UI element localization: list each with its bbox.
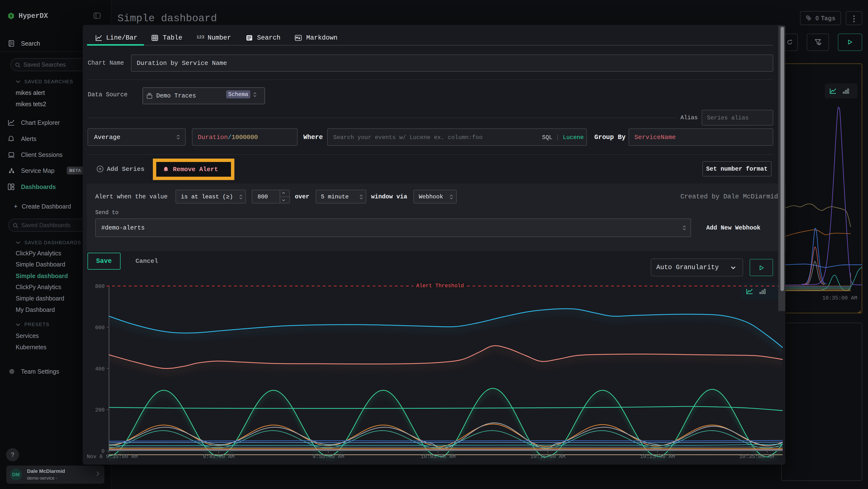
svg-text:600: 600 bbox=[95, 325, 105, 331]
svg-text:9:45:00 AM: 9:45:00 AM bbox=[203, 454, 235, 460]
svg-text:800: 800 bbox=[95, 284, 105, 290]
svg-text:9:55:00 AM: 9:55:00 AM bbox=[312, 454, 344, 460]
svg-text:Alert Threshold: Alert Threshold bbox=[416, 283, 464, 289]
svg-text:10:15:00 AM: 10:15:00 AM bbox=[530, 454, 565, 460]
svg-text:10:35:00 AM: 10:35:00 AM bbox=[822, 295, 857, 301]
svg-text:10:25:00 AM: 10:25:00 AM bbox=[640, 454, 675, 460]
svg-text:10:35:00 AM: 10:35:00 AM bbox=[739, 454, 774, 460]
svg-text:400: 400 bbox=[95, 366, 105, 372]
svg-text:200: 200 bbox=[95, 407, 105, 413]
svg-text:Nov 6 9:35:00 AM: Nov 6 9:35:00 AM bbox=[87, 454, 138, 460]
svg-text:10:05:00 AM: 10:05:00 AM bbox=[421, 454, 456, 460]
